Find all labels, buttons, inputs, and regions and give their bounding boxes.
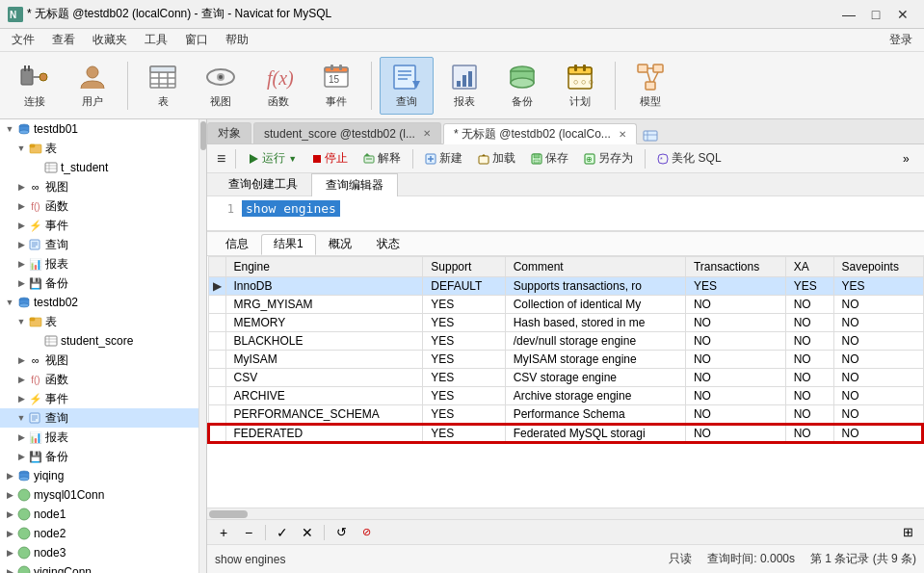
- toolbar-more[interactable]: »: [903, 152, 918, 166]
- table-row[interactable]: ARCHIVEYESArchive storage engineNONONO: [208, 387, 923, 405]
- delete-row-button[interactable]: −: [238, 523, 259, 542]
- sidebar-scrollbar[interactable]: [198, 119, 206, 573]
- tree-item-events01[interactable]: ▶ ⚡ 事件: [0, 216, 198, 235]
- close-button[interactable]: ✕: [889, 5, 916, 24]
- table-row[interactable]: FEDERATEDYESFederated MySQL storagiNONON…: [208, 424, 923, 443]
- sub-tab-info[interactable]: 信息: [213, 233, 261, 254]
- minimize-button[interactable]: —: [835, 5, 862, 24]
- tree-item-testdb02[interactable]: ▼ testdb02: [0, 293, 198, 312]
- save-as-button[interactable]: ⊕ 另存为: [578, 148, 639, 169]
- col-savepoints[interactable]: Savepoints: [833, 257, 923, 277]
- table-item-icon-2: [44, 334, 58, 348]
- toolbar-table-button[interactable]: 表: [136, 57, 190, 115]
- menu-favorites[interactable]: 收藏夹: [85, 30, 135, 50]
- menu-view[interactable]: 查看: [44, 30, 83, 50]
- load-button[interactable]: 加载: [472, 148, 521, 169]
- tree-item-node3[interactable]: ▶ node3: [0, 543, 198, 562]
- table-row[interactable]: PERFORMANCE_SCHEMAYESPerformance SchemaN…: [208, 405, 923, 425]
- tab-query-builder[interactable]: 查询创建工具: [215, 173, 311, 195]
- run-button[interactable]: 运行 ▼: [242, 148, 303, 169]
- toolbar-connect-button[interactable]: 连接: [8, 57, 62, 115]
- results-table: Engine Support Comment Transactions XA S…: [207, 256, 924, 444]
- stop-refresh-button[interactable]: ⊘: [356, 523, 377, 542]
- toolbar-view-button[interactable]: 视图: [194, 57, 248, 115]
- toolbar-function-button[interactable]: f(x) 函数: [251, 57, 305, 115]
- svg-point-76: [18, 508, 30, 520]
- refresh-button[interactable]: ↺: [330, 523, 352, 542]
- tree-label-node2: node2: [34, 527, 66, 540]
- menu-help[interactable]: 帮助: [218, 30, 256, 50]
- svg-rect-51: [45, 163, 57, 172]
- toolbar-report-button[interactable]: 报表: [437, 57, 491, 115]
- col-engine[interactable]: Engine: [225, 257, 423, 277]
- tree-item-t_student[interactable]: t_student: [0, 158, 198, 177]
- grid-view-button[interactable]: ⊞: [897, 523, 918, 542]
- tab-object[interactable]: 对象: [207, 122, 251, 143]
- tree-item-reports01[interactable]: ▶ 📊 报表: [0, 254, 198, 273]
- table-row[interactable]: MyISAMYESMyISAM storage engineNONONO: [208, 351, 923, 369]
- menu-file[interactable]: 文件: [4, 30, 42, 50]
- col-support[interactable]: Support: [423, 257, 505, 277]
- horizontal-scrollbar[interactable]: [207, 508, 924, 519]
- tree-item-node2[interactable]: ▶ node2: [0, 524, 198, 543]
- sub-tab-status[interactable]: 状态: [364, 233, 412, 254]
- confirm-button[interactable]: ✓: [272, 523, 293, 542]
- table-row[interactable]: MEMORYYESHash based, stored in meNONONO: [208, 314, 923, 332]
- editor-area[interactable]: 1 show engines: [207, 196, 924, 231]
- sub-tab-overview[interactable]: 概况: [316, 233, 364, 254]
- col-xa[interactable]: XA: [785, 257, 833, 277]
- table-row[interactable]: BLACKHOLEYES/dev/null storage engineNONO…: [208, 332, 923, 351]
- beautify-button[interactable]: * 美化 SQL: [651, 148, 726, 169]
- toolbar-backup-button[interactable]: 备份: [495, 57, 549, 115]
- toolbar-user-button[interactable]: 用户: [66, 57, 119, 115]
- tree-item-backups02[interactable]: ▶ 💾 备份: [0, 447, 198, 466]
- toolbar-schedule-button[interactable]: ○ ○ ○ 计划: [553, 57, 607, 115]
- tree-item-testdb01[interactable]: ▼ testdb01: [0, 119, 198, 139]
- tab-student-score[interactable]: student_score @testdb02 (l... ✕: [253, 122, 441, 143]
- tree-item-views01[interactable]: ▶ ∞ 视图: [0, 177, 198, 196]
- tab-untitled[interactable]: * 无标题 @testdb02 (localCo... ✕: [443, 123, 637, 144]
- table-row[interactable]: CSVYESCSV storage engineNONONO: [208, 369, 923, 387]
- col-comment[interactable]: Comment: [505, 257, 685, 277]
- table-row[interactable]: ▶InnoDBDEFAULTSupports transactions, roY…: [208, 277, 923, 296]
- table-row[interactable]: MRG_MYISAMYESCollection of identical MyN…: [208, 296, 923, 314]
- tab-close-untitled[interactable]: ✕: [619, 129, 626, 140]
- toolbar-query-button[interactable]: 查询: [380, 57, 434, 115]
- toolbar-model-button[interactable]: 模型: [623, 57, 677, 115]
- toolbar-event-button[interactable]: 15 事件: [309, 57, 363, 115]
- hamburger-button[interactable]: ≡: [213, 150, 229, 168]
- results-table-container[interactable]: Engine Support Comment Transactions XA S…: [207, 256, 924, 508]
- login-button[interactable]: 登录: [882, 30, 920, 50]
- tree-item-views02[interactable]: ▶ ∞ 视图: [0, 351, 198, 370]
- tree-item-queries01[interactable]: ▶ 查询: [0, 235, 198, 254]
- tree-item-events02[interactable]: ▶ ⚡ 事件: [0, 389, 198, 408]
- new-button[interactable]: 新建: [419, 148, 468, 169]
- save-button[interactable]: 保存: [525, 148, 574, 169]
- add-row-button[interactable]: +: [213, 523, 234, 542]
- sub-tab-result1[interactable]: 结果1: [261, 234, 316, 255]
- tab-close-student-score[interactable]: ✕: [423, 128, 431, 139]
- stop-button[interactable]: 停止: [306, 148, 354, 169]
- tree-item-student_score[interactable]: student_score: [0, 331, 198, 351]
- tree-item-yiqingconn[interactable]: ▶ yiqingConn: [0, 562, 198, 573]
- col-transactions[interactable]: Transactions: [685, 257, 785, 277]
- tab-query-editor[interactable]: 查询编辑器: [311, 173, 398, 196]
- cancel-row-button[interactable]: ✕: [297, 523, 318, 542]
- tree-item-queries02[interactable]: ▼ 查询: [0, 408, 198, 428]
- conn-icon-node1: [17, 508, 31, 521]
- tree-item-backups01[interactable]: ▶ 💾 备份: [0, 273, 198, 293]
- tree-item-reports02[interactable]: ▶ 📊 报表: [0, 428, 198, 447]
- tree-item-tables02[interactable]: ▼ 表: [0, 312, 198, 331]
- tab-extra-icon[interactable]: [643, 128, 658, 143]
- maximize-button[interactable]: □: [862, 5, 889, 24]
- tree-item-mysql01conn[interactable]: ▶ mysql01Conn: [0, 485, 198, 505]
- tree-item-funcs02[interactable]: ▶ f() 函数: [0, 370, 198, 389]
- tree-item-node1[interactable]: ▶ node1: [0, 505, 198, 524]
- explain-button[interactable]: 解释: [357, 148, 407, 169]
- tree-item-tables01[interactable]: ▼ 表: [0, 139, 198, 158]
- menu-tools[interactable]: 工具: [137, 30, 175, 50]
- menu-window[interactable]: 窗口: [177, 30, 216, 50]
- tree-item-funcs01[interactable]: ▶ f() 函数: [0, 196, 198, 216]
- tree-item-yiqing[interactable]: ▶ yiqing: [0, 466, 198, 485]
- run-dropdown[interactable]: ▼: [288, 154, 297, 164]
